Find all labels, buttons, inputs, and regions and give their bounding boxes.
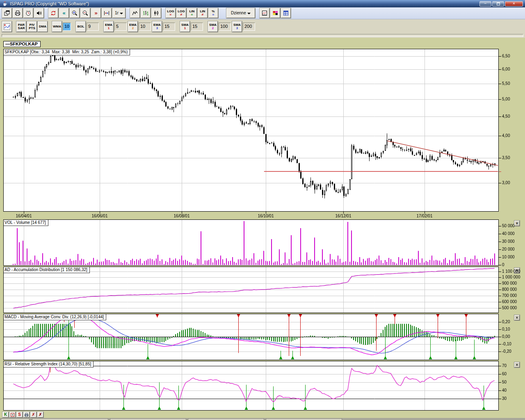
- delete-tool-button[interactable]: ✗: [30, 412, 37, 418]
- scale-lin-eq-button[interactable]: LIN=: [187, 8, 197, 18]
- sma2-period-input[interactable]: 100: [219, 23, 231, 31]
- sma1-period-input[interactable]: 15: [191, 23, 203, 31]
- new-window-icon: [4, 10, 10, 16]
- zoom-out-button[interactable]: [80, 8, 90, 18]
- alarm-button[interactable]: [23, 8, 33, 18]
- ema3-period-input[interactable]: 15: [163, 23, 175, 31]
- rsi-axis-tick-label: 60: [502, 372, 507, 376]
- close-button[interactable]: ×: [505, 1, 523, 7]
- colors-button[interactable]: [270, 8, 280, 18]
- java-app-icon: [2, 1, 8, 7]
- range-label: 1r: [115, 11, 119, 15]
- taskbar-button[interactable]: [110, 418, 186, 420]
- date-axis-label: 16/08/01: [174, 214, 190, 218]
- sma3-number: 3: [236, 27, 238, 30]
- chart-plot-area[interactable]: [0, 38, 525, 411]
- interval-dropdown[interactable]: Dzienne: [226, 8, 255, 18]
- ema3-button[interactable]: EMA3: [152, 21, 162, 32]
- volume-panel-close-button[interactable]: ×: [514, 221, 520, 226]
- restore-button[interactable]: [492, 1, 504, 7]
- application-window: ISPAG PRO (Copyright "WD Software") − × …: [0, 0, 525, 420]
- date-axis-label: 17/02/01: [417, 214, 433, 218]
- k-tool-button[interactable]: K: [2, 412, 9, 418]
- dma-button[interactable]: DMA: [38, 21, 48, 32]
- macd-panel-close-button[interactable]: ×: [514, 315, 520, 320]
- taskbar-button[interactable]: [188, 418, 264, 420]
- range-dropdown[interactable]: 1r: [112, 8, 126, 18]
- sma2-button[interactable]: SMA2: [208, 21, 218, 32]
- ema2-period-input[interactable]: 10: [139, 23, 151, 31]
- scale-lin-neq-button[interactable]: LIN≠: [198, 8, 208, 18]
- macd-axis-tick-label: -0,20: [502, 349, 511, 354]
- fast-back-button[interactable]: «: [59, 8, 69, 18]
- ad-axis-tick-label: 1 000 000: [502, 275, 520, 279]
- fast-forward-button[interactable]: »: [91, 8, 101, 18]
- restore-icon: [497, 2, 500, 5]
- par-sar-bottom: SAR: [18, 27, 25, 30]
- fast-forward-label: »: [94, 11, 97, 16]
- volume-axis-tick-label: 0: [502, 263, 504, 267]
- piv-pts-bottom: PTS: [29, 27, 35, 30]
- print-button[interactable]: [13, 8, 23, 18]
- zoom-in-icon: [71, 10, 78, 16]
- scale-log-eq-sign: =: [170, 13, 172, 16]
- rsi-axis-tick-label: 40: [502, 388, 507, 393]
- candle-chart-button[interactable]: [151, 8, 161, 18]
- bollinger-button[interactable]: BOL: [76, 21, 86, 32]
- sound-button[interactable]: [34, 8, 44, 18]
- par-sar-button[interactable]: PARSAR: [16, 21, 26, 32]
- region-select-icon: [10, 413, 15, 417]
- indicator-toolbar: PARSAR PIVPTS DMA WMA 10 BOL 9 EMA1 5 EM…: [0, 19, 525, 34]
- zoom-in-button[interactable]: [70, 8, 80, 18]
- series-legend[interactable]: —SFKPOLKAP: [3, 41, 41, 47]
- data-table-button[interactable]: [281, 8, 291, 18]
- fit-width-button[interactable]: [102, 8, 112, 18]
- refresh-button[interactable]: [48, 8, 58, 18]
- price-panel-title: SFKPOLKAP [Otw.: 3,34 Max: 3,38 Min: 3,2…: [4, 49, 130, 55]
- wma-label: WMA: [53, 25, 61, 28]
- indicator-builder-button[interactable]: [2, 21, 12, 32]
- scale-percent-button[interactable]: %=: [208, 8, 218, 18]
- rsi-panel-close-button[interactable]: ×: [514, 362, 520, 368]
- region-tool-button[interactable]: [9, 412, 16, 418]
- line-chart-button[interactable]: [130, 8, 140, 18]
- clock-icon: [25, 10, 32, 16]
- ema1-period-input[interactable]: 5: [114, 23, 127, 31]
- close-all-tool-button[interactable]: ✗: [37, 412, 43, 418]
- bollinger-period-input[interactable]: 9: [87, 23, 99, 31]
- interval-label: Dzienne: [231, 11, 246, 15]
- pivot-points-button[interactable]: PIVPTS: [27, 21, 37, 32]
- print-tool-button[interactable]: [23, 412, 30, 418]
- rsi-axis-tick-label: 30: [502, 397, 507, 401]
- ema2-button[interactable]: EMA2: [128, 21, 138, 32]
- taskbar-button[interactable]: [32, 418, 108, 420]
- scale-lin-eq-sign: =: [191, 13, 193, 16]
- taskbar-button[interactable]: [1, 418, 30, 420]
- wma-period-input[interactable]: 10: [63, 23, 71, 31]
- scale-log-eq-button[interactable]: LOG=: [166, 8, 176, 18]
- chart-settings-button[interactable]: [260, 8, 269, 18]
- price-axis-tick-label: 3,00: [502, 181, 510, 185]
- scale-log-neq-button[interactable]: LOG≠: [176, 8, 186, 18]
- data-table-icon: [283, 10, 289, 16]
- ema1-button[interactable]: EMA1: [104, 21, 114, 32]
- macd-axis-tick-label: -0,10: [502, 342, 511, 346]
- price-axis-tick-label: 6,50: [502, 54, 510, 58]
- chevron-down-icon: [247, 13, 251, 14]
- scale-lin-neq-sign: ≠: [202, 13, 203, 16]
- macd-panel-title: MACD - Moving Average Conv. Div. (12,26,…: [4, 314, 106, 320]
- s-tool-button[interactable]: S: [16, 412, 23, 418]
- taskbar-button[interactable]: [266, 418, 342, 420]
- sma1-button[interactable]: SMA1: [180, 21, 190, 32]
- taskbar-strip: [0, 418, 525, 420]
- bar-chart-button[interactable]: [141, 8, 151, 18]
- new-window-button[interactable]: [2, 8, 12, 18]
- status-field: [2, 34, 523, 37]
- minimize-button[interactable]: −: [479, 1, 491, 7]
- price-axis-tick-label: 6,00: [502, 67, 510, 71]
- legend-marker: —: [5, 41, 10, 46]
- wma-button[interactable]: WMA: [52, 21, 62, 32]
- sma3-period-input[interactable]: 200: [243, 23, 255, 31]
- rsi-axis-tick-label: 70: [502, 364, 507, 368]
- sma3-button[interactable]: SMA3: [232, 21, 242, 32]
